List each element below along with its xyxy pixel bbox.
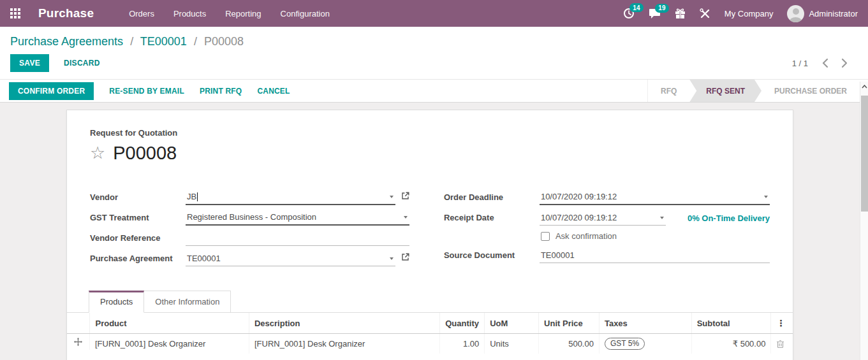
breadcrumb-current: P00008 — [204, 35, 244, 48]
stage-rfq-sent[interactable]: RFQ SENT — [689, 80, 761, 102]
tab-products[interactable]: Products — [89, 291, 144, 313]
quantity-column-header[interactable]: Quantity — [440, 313, 485, 334]
user-avatar — [787, 5, 804, 22]
activities-clock-icon[interactable]: 14 — [623, 8, 635, 19]
taxes-column-header[interactable]: Taxes — [599, 313, 691, 334]
form-fields: Vendor JB GST Treatment — [90, 187, 770, 268]
order-deadline-label: Order Deadline — [444, 192, 540, 205]
table-footer-links: Add a product Add a section Add a note — [67, 354, 793, 360]
subtotal-column-header[interactable]: Subtotal — [691, 313, 771, 334]
breadcrumb-separator: / — [130, 35, 133, 48]
favorite-star-icon[interactable]: ☆ — [90, 145, 105, 162]
agreement-dropdown-icon[interactable] — [390, 257, 394, 260]
deadline-dropdown-icon[interactable] — [764, 196, 768, 198]
vendor-input[interactable]: JB — [186, 189, 395, 205]
cell-taxes[interactable]: GST 5% — [599, 334, 691, 354]
confirm-order-button[interactable]: CONFIRM ORDER — [9, 82, 94, 100]
vendor-reference-input[interactable] — [186, 231, 409, 246]
cell-quantity[interactable]: 1.00 — [440, 334, 485, 354]
gst-treatment-select[interactable]: Registered Business - Composition — [186, 210, 409, 226]
breadcrumb-separator: / — [194, 35, 197, 48]
tools-icon[interactable] — [700, 8, 710, 19]
agreement-external-link-icon[interactable] — [401, 252, 409, 264]
nav-menu-reporting[interactable]: Reporting — [225, 9, 261, 18]
cell-actions — [771, 334, 793, 354]
form-sheet: Request for Quotation ☆ P00008 Vendor JB — [66, 110, 793, 360]
table-header-row: Product Description Quantity UoM Unit Pr… — [67, 313, 793, 334]
control-panel: Purchase Agreements / TE00001 / P00008 S… — [0, 27, 868, 79]
apps-menu-icon[interactable] — [10, 8, 20, 18]
status-stages: RFQ RFQ SENT PURCHASE ORDER — [647, 80, 860, 102]
breadcrumb: Purchase Agreements / TE00001 / P00008 — [10, 35, 858, 48]
doc-subtitle: Request for Quotation — [90, 128, 770, 138]
nav-menu: Orders Products Reporting Configuration — [129, 9, 330, 18]
order-deadline-input[interactable]: 10/07/2020 09:19:12 — [540, 189, 770, 205]
nav-menu-configuration[interactable]: Configuration — [281, 9, 330, 18]
tax-badge[interactable]: GST 5% — [605, 338, 645, 350]
source-document-input[interactable]: TE00001 — [540, 248, 770, 263]
vendor-external-link-icon[interactable] — [401, 191, 409, 203]
content-area: Request for Quotation ☆ P00008 Vendor JB — [0, 110, 868, 360]
vertical-scrollbar[interactable] — [860, 82, 868, 360]
nav-menu-orders[interactable]: Orders — [129, 9, 154, 18]
print-rfq-button[interactable]: PRINT RFQ — [200, 87, 242, 96]
message-count-badge: 19 — [655, 4, 669, 13]
save-button[interactable]: SAVE — [10, 54, 49, 72]
pager-count: 1 / 1 — [792, 59, 808, 68]
gst-treatment-label: GST Treatment — [90, 213, 186, 226]
discard-button[interactable]: DISCARD — [59, 55, 105, 71]
nav-menu-products[interactable]: Products — [173, 9, 206, 18]
gift-icon[interactable] — [675, 8, 686, 19]
stage-purchase-order[interactable]: PURCHASE ORDER — [761, 80, 860, 102]
uom-column-header[interactable]: UoM — [485, 313, 539, 334]
cell-subtotal: ₹ 500.00 — [691, 334, 771, 354]
receipt-dropdown-icon[interactable] — [660, 217, 664, 219]
cancel-button[interactable]: CANCEL — [257, 87, 290, 96]
vendor-reference-label: Vendor Reference — [90, 233, 186, 246]
stage-rfq[interactable]: RFQ — [648, 80, 689, 102]
purchase-agreement-input[interactable]: TE00001 — [186, 251, 395, 266]
company-switcher[interactable]: My Company — [725, 9, 774, 18]
app-name[interactable]: Purchase — [38, 6, 94, 20]
user-menu[interactable]: Administrator — [787, 5, 858, 22]
messages-chat-icon[interactable]: 19 — [649, 8, 661, 19]
breadcrumb-purchase-agreements[interactable]: Purchase Agreements — [10, 35, 123, 48]
description-column-header[interactable]: Description — [249, 313, 439, 334]
ask-confirmation-checkbox[interactable] — [541, 232, 550, 241]
table-row[interactable]: [FURN_0001] Desk Organizer [FURN_0001] D… — [67, 334, 793, 354]
breadcrumb-te00001[interactable]: TE00001 — [140, 35, 187, 48]
order-lines-table: Product Description Quantity UoM Unit Pr… — [67, 313, 793, 354]
source-document-label: Source Document — [444, 250, 540, 263]
cell-uom[interactable]: Units — [485, 334, 539, 354]
top-nav-bar: Purchase Orders Products Reporting Confi… — [0, 0, 868, 27]
doc-title: P00008 — [113, 143, 177, 164]
user-name: Administrator — [809, 9, 858, 18]
scrollbar-thumb[interactable] — [861, 96, 868, 212]
pager-next-icon[interactable] — [842, 59, 848, 68]
drag-handle-icon[interactable] — [67, 334, 90, 350]
scroll-up-icon[interactable] — [860, 82, 868, 92]
pager-previous-icon[interactable] — [822, 59, 828, 68]
delete-row-icon[interactable] — [776, 340, 784, 349]
notebook-tabs: Products Other Information — [67, 290, 793, 313]
on-time-delivery-link[interactable]: 0% On-Time Delivery — [688, 213, 770, 226]
activity-count-badge: 14 — [629, 3, 644, 12]
purchase-agreement-label: Purchase Agreement — [90, 254, 186, 266]
receipt-date-input[interactable]: 10/07/2020 09:19:12 — [540, 210, 666, 226]
receipt-date-label: Receipt Date — [444, 213, 540, 226]
cell-description[interactable]: [FURN_0001] Desk Organizer — [249, 334, 439, 354]
vendor-dropdown-icon[interactable] — [390, 196, 394, 198]
handle-column-header — [67, 313, 90, 334]
optional-columns-icon[interactable]: ⋮ — [771, 313, 793, 334]
statusbar: CONFIRM ORDER RE-SEND BY EMAIL PRINT RFQ… — [0, 79, 868, 103]
unit-price-column-header[interactable]: Unit Price — [539, 313, 600, 334]
text-cursor — [197, 192, 198, 201]
product-column-header[interactable]: Product — [90, 313, 249, 334]
vendor-label: Vendor — [90, 192, 186, 205]
cell-product[interactable]: [FURN_0001] Desk Organizer — [90, 334, 249, 354]
resend-by-email-button[interactable]: RE-SEND BY EMAIL — [109, 87, 184, 96]
gst-dropdown-icon[interactable] — [404, 216, 408, 219]
tab-other-information[interactable]: Other Information — [144, 291, 231, 313]
cell-unit-price[interactable]: 500.00 — [539, 334, 600, 354]
pager: 1 / 1 — [792, 59, 858, 68]
